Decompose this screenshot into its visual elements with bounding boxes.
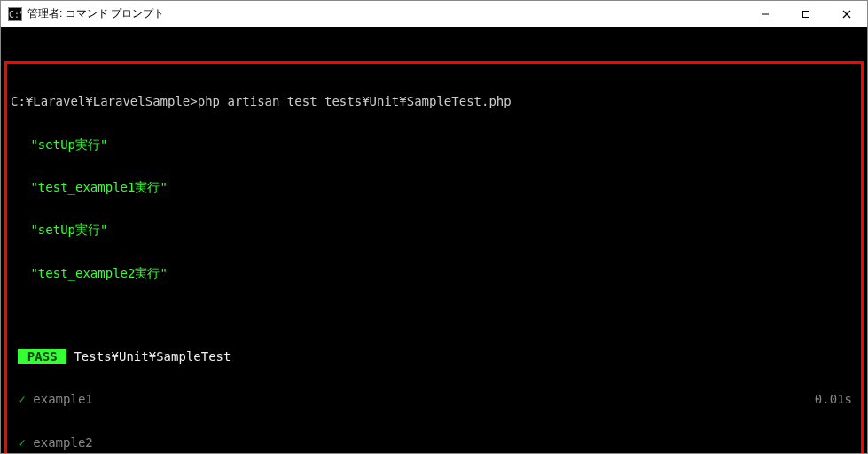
echo-marker: ゙ (11, 266, 23, 280)
prompt-path: C:¥Laravel¥LaravelSample> (11, 94, 198, 108)
window-controls (745, 1, 867, 27)
pass-test-class: Tests¥Unit¥SampleTest (66, 349, 231, 364)
test-time: 0.01s (815, 392, 852, 406)
echo-line: ゙ "test_example2実行" (11, 266, 857, 280)
pass-badge: PASS (18, 349, 66, 364)
titlebar[interactable]: C:\ 管理者: コマンド プロンプト (1, 1, 867, 27)
echo-text: "test_example2実行" (30, 266, 167, 280)
maximize-icon (802, 10, 810, 19)
check-icon: ✓ (18, 392, 25, 406)
echo-text: "test_example1実行" (30, 180, 167, 194)
minimize-button[interactable] (745, 1, 786, 27)
close-icon (842, 10, 851, 19)
echo-marker: ゙ (11, 180, 23, 194)
test-result-row: ✓ example2 (11, 435, 857, 450)
command-line-1: C:¥Laravel¥LaravelSample>php artisan tes… (11, 94, 857, 108)
echo-line: ゙ "setUp実行" (11, 137, 857, 152)
test-result-row: ✓ example10.01s (11, 392, 857, 406)
close-button[interactable] (826, 1, 867, 27)
minimize-icon (761, 10, 770, 19)
echo-marker: ゙ (11, 137, 23, 152)
echo-marker: ゙ (11, 223, 23, 237)
echo-text: "setUp実行" (30, 223, 107, 237)
test-name: example1 (26, 392, 93, 406)
terminal-area[interactable]: C:¥Laravel¥LaravelSample>php artisan tes… (1, 27, 867, 453)
maximize-button[interactable] (786, 1, 826, 27)
check-icon: ✓ (18, 435, 25, 450)
prompt-command: php artisan test tests¥Unit¥SampleTest.p… (198, 94, 512, 108)
echo-line: ゙ "test_example1実行" (11, 180, 857, 194)
blank-line (11, 309, 857, 321)
svg-rect-2 (803, 12, 809, 18)
test-name: example2 (26, 435, 93, 450)
echo-line: ゙ "setUp実行" (11, 223, 857, 237)
svg-text:C:\: C:\ (9, 10, 21, 20)
echo-text: "setUp実行" (30, 137, 107, 152)
window-frame: C:\ 管理者: コマンド プロンプト C:¥Laravel¥LaravelSa… (0, 0, 868, 454)
pass-header: PASS Tests¥Unit¥SampleTest (11, 349, 857, 364)
window-title: 管理者: コマンド プロンプト (27, 6, 745, 21)
cmd-icon: C:\ (8, 7, 22, 21)
highlight-annotation: C:¥Laravel¥LaravelSample>php artisan tes… (4, 61, 864, 453)
